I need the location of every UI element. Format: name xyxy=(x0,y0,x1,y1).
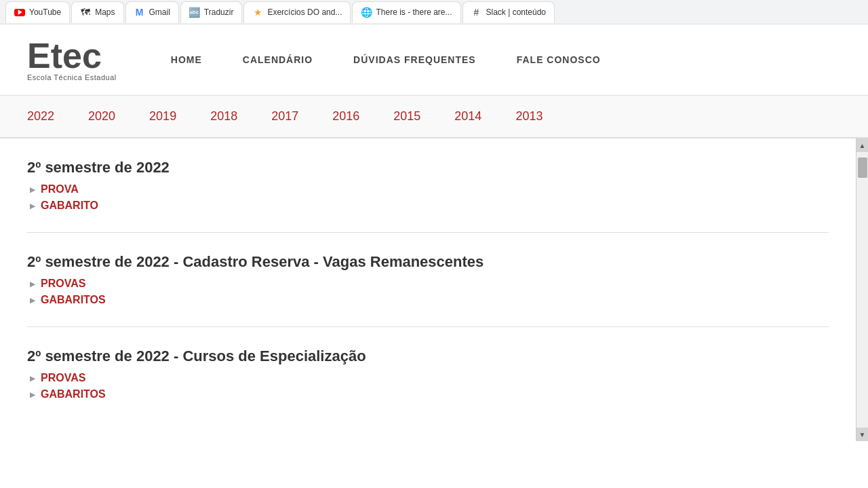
nav-calendario[interactable]: CALENDÁRIO xyxy=(243,54,313,65)
year-2020[interactable]: 2020 xyxy=(88,109,115,124)
tab-there-is[interactable]: 🌐 There is - there are... xyxy=(352,1,460,23)
logo-text: Etec xyxy=(27,38,117,73)
tab-youtube-label: YouTube xyxy=(29,7,61,17)
link-provas[interactable]: PROVAS xyxy=(27,278,829,290)
scroll-thumb[interactable] xyxy=(858,157,867,178)
section-sem2022-cursos-title: 2º semestre de 2022 - Cursos de Especial… xyxy=(27,348,829,365)
tab-gmail-label: Gmail xyxy=(149,7,170,17)
year-2014[interactable]: 2014 xyxy=(454,109,481,124)
divider-2 xyxy=(27,326,829,327)
section-sem2022: 2º semestre de 2022 PROVA GABARITO xyxy=(27,159,829,212)
logo-subtitle: Escola Técnica Estadual xyxy=(27,73,117,81)
tab-there-is-label: There is - there are... xyxy=(376,7,452,17)
year-2019[interactable]: 2019 xyxy=(149,109,176,124)
scrollbar[interactable]: ▲ ▼ xyxy=(856,138,868,441)
tab-translate-label: Traduzir xyxy=(204,7,234,17)
scroll-up-arrow[interactable]: ▲ xyxy=(856,138,869,152)
main-navigation: HOME CALENDÁRIO DÚVIDAS FREQUENTES FALE … xyxy=(171,54,601,65)
section-sem2022-cadastro-title: 2º semestre de 2022 - Cadastro Reserva -… xyxy=(27,253,829,271)
logo-container: Etec Escola Técnica Estadual xyxy=(27,38,117,81)
youtube-icon xyxy=(14,7,25,18)
main-content: 2º semestre de 2022 PROVA GABARITO 2º se… xyxy=(0,138,856,441)
year-2017[interactable]: 2017 xyxy=(271,109,298,124)
tab-slack[interactable]: # Slack | conteúdo xyxy=(462,1,555,23)
gmail-icon: M xyxy=(134,7,145,18)
globe-icon: 🌐 xyxy=(361,7,372,18)
divider-1 xyxy=(27,232,829,233)
year-2013[interactable]: 2013 xyxy=(515,109,542,124)
tab-maps-label: Maps xyxy=(95,7,115,17)
year-filter-bar: 2022 2020 2019 2018 2017 2016 2015 2014 … xyxy=(0,96,868,138)
slack-icon: # xyxy=(471,7,482,18)
link-gabarito[interactable]: GABARITO xyxy=(27,200,829,212)
translate-icon: 🔤 xyxy=(189,7,200,18)
nav-home[interactable]: HOME xyxy=(171,54,202,65)
tab-exercicios-label: Exercícios DO and... xyxy=(267,7,342,17)
tab-youtube[interactable]: YouTube xyxy=(5,1,70,23)
link-gabaritos2[interactable]: GABARITOS xyxy=(27,388,829,400)
tab-maps[interactable]: 🗺 Maps xyxy=(71,1,123,23)
link-provas2[interactable]: PROVAS xyxy=(27,372,829,384)
year-2015[interactable]: 2015 xyxy=(393,109,420,124)
main-content-wrapper: 2º semestre de 2022 PROVA GABARITO 2º se… xyxy=(0,138,868,441)
section-sem2022-cursos: 2º semestre de 2022 - Cursos de Especial… xyxy=(27,348,829,400)
browser-tab-bar: YouTube 🗺 Maps M Gmail 🔤 Traduzir ★ Exer… xyxy=(0,0,868,24)
year-2018[interactable]: 2018 xyxy=(210,109,237,124)
tab-exercicios[interactable]: ★ Exercícios DO and... xyxy=(243,1,351,23)
tab-gmail[interactable]: M Gmail xyxy=(125,1,179,23)
maps-icon: 🗺 xyxy=(80,7,91,18)
year-2022[interactable]: 2022 xyxy=(27,109,54,124)
tab-translate[interactable]: 🔤 Traduzir xyxy=(180,1,243,23)
scroll-track[interactable] xyxy=(856,152,869,428)
star-icon: ★ xyxy=(252,7,263,18)
link-prova[interactable]: PROVA xyxy=(27,183,829,195)
scroll-down-arrow[interactable]: ▼ xyxy=(856,428,869,441)
section-sem2022-title: 2º semestre de 2022 xyxy=(27,159,829,176)
site-header: Etec Escola Técnica Estadual HOME CALEND… xyxy=(0,24,868,96)
nav-fale[interactable]: FALE CONOSCO xyxy=(517,54,601,65)
tab-slack-label: Slack | conteúdo xyxy=(486,7,547,17)
year-2016[interactable]: 2016 xyxy=(332,109,359,124)
link-gabaritos[interactable]: GABARITOS xyxy=(27,294,829,306)
nav-duvidas[interactable]: DÚVIDAS FREQUENTES xyxy=(353,54,476,65)
section-sem2022-cadastro: 2º semestre de 2022 - Cadastro Reserva -… xyxy=(27,253,829,306)
